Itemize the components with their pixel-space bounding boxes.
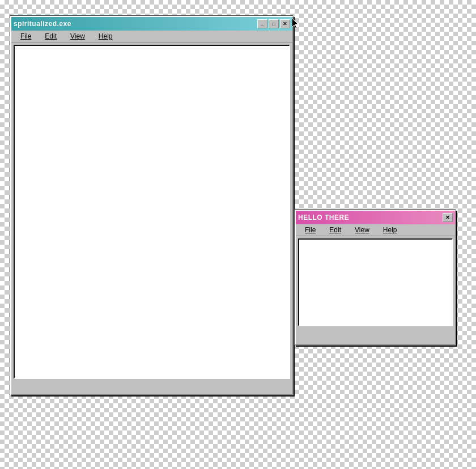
- main-window[interactable]: spiritualized.exe File Edit View Help: [10, 16, 294, 395]
- popup-content-area: [298, 238, 453, 326]
- popup-window[interactable]: HELLO THERE File Edit View Help: [295, 210, 456, 346]
- main-menu-help[interactable]: Help: [92, 32, 120, 41]
- main-maximize-button[interactable]: [269, 19, 279, 28]
- popup-menu-help[interactable]: Help: [376, 225, 404, 234]
- main-titlebar[interactable]: spiritualized.exe: [11, 17, 292, 31]
- main-title: spiritualized.exe: [14, 20, 71, 28]
- popup-menu-file[interactable]: File: [298, 225, 322, 234]
- popup-title: HELLO THERE: [298, 214, 349, 221]
- main-titlebar-buttons[interactable]: [257, 19, 290, 28]
- popup-close-button[interactable]: [443, 213, 453, 222]
- main-menu-file[interactable]: File: [14, 32, 38, 41]
- popup-menu-edit[interactable]: Edit: [322, 225, 348, 234]
- main-menu-edit[interactable]: Edit: [38, 32, 63, 41]
- popup-titlebar-buttons[interactable]: [443, 213, 453, 222]
- popup-menubar: File Edit View Help: [296, 224, 455, 236]
- main-minimize-button[interactable]: [257, 19, 267, 28]
- main-menubar: File Edit View Help: [11, 31, 292, 42]
- main-close-button[interactable]: [280, 19, 290, 28]
- popup-titlebar[interactable]: HELLO THERE: [296, 211, 455, 224]
- main-content-area: [14, 45, 290, 379]
- main-menu-view[interactable]: View: [63, 32, 92, 41]
- popup-menu-view[interactable]: View: [348, 225, 376, 234]
